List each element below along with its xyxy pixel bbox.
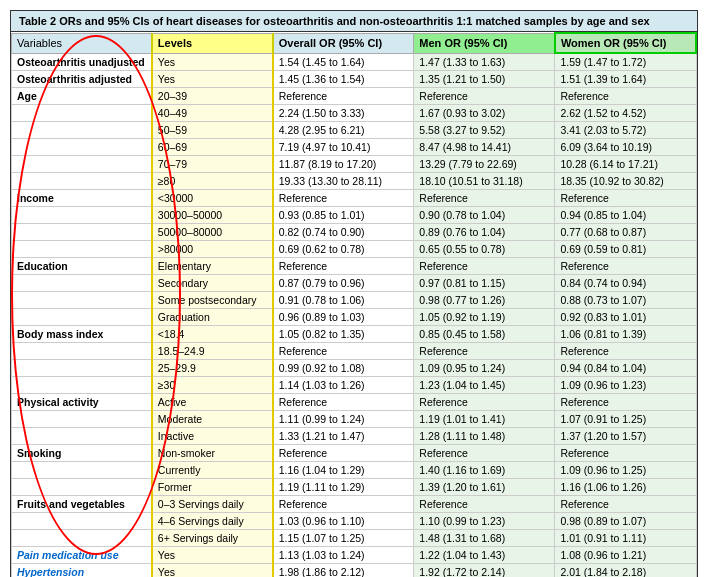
table-row: EducationElementaryReferenceReferenceRef… — [12, 258, 697, 275]
cell-men: 5.58 (3.27 to 9.52) — [414, 122, 555, 139]
cell-men: 1.48 (1.31 to 1.68) — [414, 530, 555, 547]
cell-overall: 4.28 (2.95 to 6.21) — [273, 122, 414, 139]
cell-men: 13.29 (7.79 to 22.69) — [414, 156, 555, 173]
cell-level: 4–6 Servings daily — [152, 513, 273, 530]
cell-men: 1.28 (1.11 to 1.48) — [414, 428, 555, 445]
cell-level: 70–79 — [152, 156, 273, 173]
table-row: 25–29.90.99 (0.92 to 1.08)1.09 (0.95 to … — [12, 360, 697, 377]
cell-variable: Body mass index — [12, 326, 152, 343]
header-levels: Levels — [152, 33, 273, 53]
cell-women: 1.16 (1.06 to 1.26) — [555, 479, 696, 496]
table-row: HypertensionYes1.98 (1.86 to 2.12)1.92 (… — [12, 564, 697, 578]
cell-overall: 0.82 (0.74 to 0.90) — [273, 224, 414, 241]
cell-level: Former — [152, 479, 273, 496]
cell-men: Reference — [414, 258, 555, 275]
cell-variable — [12, 428, 152, 445]
data-table: Variables Levels Overall OR (95% CI) Men… — [11, 32, 697, 577]
table-row: Inactive1.33 (1.21 to 1.47)1.28 (1.11 to… — [12, 428, 697, 445]
cell-women: 1.51 (1.39 to 1.64) — [555, 71, 696, 88]
cell-level: Yes — [152, 564, 273, 578]
header-men: Men OR (95% CI) — [414, 33, 555, 53]
cell-variable — [12, 173, 152, 190]
cell-level: Active — [152, 394, 273, 411]
table-row: Age20–39ReferenceReferenceReference — [12, 88, 697, 105]
cell-men: 1.09 (0.95 to 1.24) — [414, 360, 555, 377]
table-row: Currently1.16 (1.04 to 1.29)1.40 (1.16 t… — [12, 462, 697, 479]
cell-men: 0.98 (0.77 to 1.26) — [414, 292, 555, 309]
cell-overall: 1.33 (1.21 to 1.47) — [273, 428, 414, 445]
cell-variable: Education — [12, 258, 152, 275]
cell-overall: Reference — [273, 88, 414, 105]
cell-overall: 0.91 (0.78 to 1.06) — [273, 292, 414, 309]
cell-level: >80000 — [152, 241, 273, 258]
cell-men: 1.10 (0.99 to 1.23) — [414, 513, 555, 530]
cell-overall: 0.93 (0.85 to 1.01) — [273, 207, 414, 224]
cell-overall: 19.33 (13.30 to 28.11) — [273, 173, 414, 190]
header-women: Women OR (95% CI) — [555, 33, 696, 53]
cell-level: 50000–80000 — [152, 224, 273, 241]
cell-women: Reference — [555, 496, 696, 513]
main-table-container: Table 2 ORs and 95% CIs of heart disease… — [10, 10, 698, 577]
cell-overall: 1.15 (1.07 to 1.25) — [273, 530, 414, 547]
table-row: Pain medication useYes1.13 (1.03 to 1.24… — [12, 547, 697, 564]
cell-men: 8.47 (4.98 to 14.41) — [414, 139, 555, 156]
cell-level: 30000–50000 — [152, 207, 273, 224]
cell-women: Reference — [555, 88, 696, 105]
table-row: Secondary0.87 (0.79 to 0.96)0.97 (0.81 t… — [12, 275, 697, 292]
cell-men: 1.47 (1.33 to 1.63) — [414, 53, 555, 71]
cell-men: Reference — [414, 394, 555, 411]
cell-women: 0.92 (0.83 to 1.01) — [555, 309, 696, 326]
cell-level: Moderate — [152, 411, 273, 428]
cell-level: 0–3 Servings daily — [152, 496, 273, 513]
table-row: Osteoarthritis unadjustedYes1.54 (1.45 t… — [12, 53, 697, 71]
table-row: 4–6 Servings daily1.03 (0.96 to 1.10)1.1… — [12, 513, 697, 530]
cell-women: 1.08 (0.96 to 1.21) — [555, 547, 696, 564]
cell-men: 18.10 (10.51 to 31.18) — [414, 173, 555, 190]
cell-women: 18.35 (10.92 to 30.82) — [555, 173, 696, 190]
cell-men: Reference — [414, 445, 555, 462]
cell-overall: 1.98 (1.86 to 2.12) — [273, 564, 414, 578]
cell-women: Reference — [555, 190, 696, 207]
cell-women: 0.88 (0.73 to 1.07) — [555, 292, 696, 309]
cell-men: Reference — [414, 88, 555, 105]
cell-women: Reference — [555, 258, 696, 275]
cell-overall: 2.24 (1.50 to 3.33) — [273, 105, 414, 122]
cell-overall: 1.03 (0.96 to 1.10) — [273, 513, 414, 530]
table-row: Moderate1.11 (0.99 to 1.24)1.19 (1.01 to… — [12, 411, 697, 428]
cell-men: 0.85 (0.45 to 1.58) — [414, 326, 555, 343]
table-row: Physical activityActiveReferenceReferenc… — [12, 394, 697, 411]
cell-women: 6.09 (3.64 to 10.19) — [555, 139, 696, 156]
cell-overall: 7.19 (4.97 to 10.41) — [273, 139, 414, 156]
cell-variable: Hypertension — [12, 564, 152, 578]
cell-variable: Pain medication use — [12, 547, 152, 564]
table-row: Income<30000ReferenceReferenceReference — [12, 190, 697, 207]
cell-women: Reference — [555, 394, 696, 411]
cell-women: 1.07 (0.91 to 1.25) — [555, 411, 696, 428]
cell-level: 25–29.9 — [152, 360, 273, 377]
cell-women: 3.41 (2.03 to 5.72) — [555, 122, 696, 139]
cell-women: 0.77 (0.68 to 0.87) — [555, 224, 696, 241]
cell-overall: 1.19 (1.11 to 1.29) — [273, 479, 414, 496]
cell-overall: 0.99 (0.92 to 1.08) — [273, 360, 414, 377]
table-row: >800000.69 (0.62 to 0.78)0.65 (0.55 to 0… — [12, 241, 697, 258]
cell-overall: 11.87 (8.19 to 17.20) — [273, 156, 414, 173]
cell-women: 0.84 (0.74 to 0.94) — [555, 275, 696, 292]
cell-men: Reference — [414, 190, 555, 207]
cell-men: 0.90 (0.78 to 1.04) — [414, 207, 555, 224]
table-row: 18.5–24.9ReferenceReferenceReference — [12, 343, 697, 360]
cell-women: 2.01 (1.84 to 2.18) — [555, 564, 696, 578]
cell-women: 1.06 (0.81 to 1.39) — [555, 326, 696, 343]
cell-level: Yes — [152, 547, 273, 564]
cell-overall: 1.11 (0.99 to 1.24) — [273, 411, 414, 428]
table-row: Former1.19 (1.11 to 1.29)1.39 (1.20 to 1… — [12, 479, 697, 496]
cell-women: 1.37 (1.20 to 1.57) — [555, 428, 696, 445]
cell-overall: 1.13 (1.03 to 1.24) — [273, 547, 414, 564]
cell-men: Reference — [414, 496, 555, 513]
cell-variable — [12, 462, 152, 479]
cell-overall: Reference — [273, 190, 414, 207]
cell-variable: Osteoarthritis adjusted — [12, 71, 152, 88]
cell-overall: 1.45 (1.36 to 1.54) — [273, 71, 414, 88]
cell-variable: Income — [12, 190, 152, 207]
cell-variable — [12, 513, 152, 530]
cell-variable — [12, 139, 152, 156]
